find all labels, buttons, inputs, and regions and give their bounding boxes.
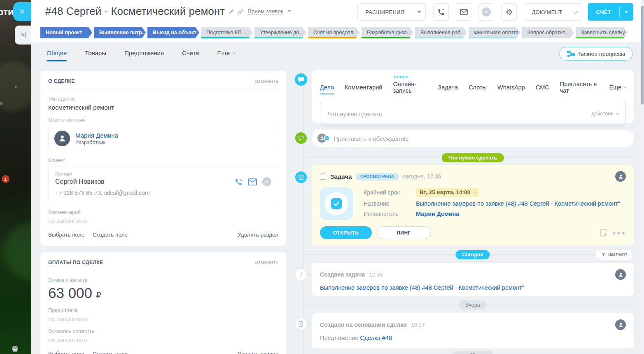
info-entry-icon: i (295, 268, 307, 281)
timeline-tab-invite-chat[interactable]: Пригласить в чат (560, 81, 599, 94)
today-badge: Сегодня (455, 250, 490, 259)
tab-products[interactable]: Товары (85, 49, 106, 56)
select-field-link[interactable]: Выбрать поле (48, 351, 84, 354)
contact-mail-icon[interactable] (248, 178, 257, 185)
deal-stage-bar: Новый проект Выявление потр... Выезд на … (40, 27, 628, 38)
person-icon (618, 322, 624, 328)
task-kind: Задача (330, 173, 352, 180)
scrollbar-track[interactable] (641, 0, 644, 354)
timeline-tab-sms[interactable]: СМС (536, 84, 549, 91)
tab-quotes[interactable]: Предложения (124, 49, 164, 56)
settings-button[interactable]: ⚙ (501, 3, 517, 21)
actions-dropdown[interactable]: действия (591, 111, 618, 117)
client-label: Клиент (48, 157, 278, 163)
task-name-label: Название (364, 200, 416, 207)
invoice-label: СЧЁТ (588, 3, 619, 21)
deal-nav-tabs: Общие Товары Предложения Счета Еще (47, 49, 235, 56)
task-author-avatar[interactable] (615, 171, 626, 182)
timeline-more-chevron-icon (623, 85, 627, 88)
person-icon (58, 134, 67, 143)
email-button[interactable] (456, 3, 471, 21)
entry-author-avatar[interactable] (615, 319, 626, 330)
stage-close-deal[interactable]: Завершить сделку (576, 27, 628, 38)
deadline-value[interactable]: Вт, 25 марта, 14:00 (416, 188, 479, 197)
timeline-tab-activity[interactable]: Дело (320, 84, 334, 91)
select-field-link[interactable]: Выбрать поле (48, 232, 84, 238)
edit-title-icon[interactable] (229, 9, 234, 14)
document-button[interactable]: ДОКУМЕНТ (524, 3, 581, 21)
person-icon (618, 272, 624, 278)
open-task-button[interactable]: ОТКРЫТЬ (320, 226, 372, 239)
collapse-slider-button[interactable] (15, 26, 31, 45)
close-slider-button[interactable]: × (13, 2, 31, 21)
contact-details: +7 928 573-85-73, sdcsf@gmail.com (55, 190, 271, 196)
invoice-dropdown-icon (625, 11, 628, 13)
currency-symbol: ₽ (96, 290, 101, 300)
backdrop-chevron: ^ (15, 84, 17, 91)
delete-section-link[interactable]: Удалить раздел (238, 351, 278, 354)
entry-deal-link[interactable]: Сделка #48 (360, 335, 392, 341)
page-title: #48 Сергей - Косметический ремонт (45, 5, 225, 18)
extensions-button[interactable]: РАСШИРЕНИЯ (357, 3, 426, 21)
timeline-tab-whatsapp[interactable]: WhatsApp (497, 84, 525, 91)
stage-needs[interactable]: Выявление потр... (94, 27, 146, 38)
scrollbar-thumb[interactable] (641, 6, 644, 105)
invite-discussion-bar[interactable]: + Пригласить к обсуждению (312, 130, 634, 147)
business-processes-button[interactable]: Бизнес-процессы (559, 47, 633, 61)
tab-more[interactable]: Еще (217, 49, 235, 56)
task-checkbox[interactable] (320, 173, 326, 180)
invoice-button[interactable]: СЧЁТ (588, 3, 633, 21)
stage-work[interactable]: Выполнение раб... (415, 27, 467, 38)
stage-site-visit[interactable]: Выезд на объект (147, 27, 199, 38)
prepayment-value: не заполнено (48, 315, 278, 322)
assignee-link[interactable]: Мария Демина (416, 211, 459, 217)
new-badge: НОВОЕ (394, 75, 408, 79)
note-icon[interactable] (600, 229, 607, 237)
actions-chevron-icon (616, 111, 619, 115)
phone-icon (437, 8, 445, 16)
stage-final-payment[interactable]: Финальная оплата (469, 27, 520, 38)
entry-title: Создано на основании сделки (320, 321, 407, 328)
header-toolbar: РАСШИРЕНИЯ 1С ⚙ ДОКУМЕНТ СЧЁТ (357, 3, 633, 21)
deal-type-value: Косметический ремонт (48, 104, 278, 111)
timeline-tab-task[interactable]: Задача (438, 84, 458, 91)
edit-section-link[interactable]: изменить (255, 259, 278, 265)
timeline-tab-comment[interactable]: Комментарий (345, 84, 382, 91)
timeline-tab-more[interactable]: Еще (609, 84, 626, 91)
stage-proposal[interactable]: Подготовка КП ... (201, 27, 253, 38)
todo-input[interactable] (328, 110, 587, 117)
contact-name-link[interactable]: Сергей Новиков (55, 178, 105, 185)
amount-label: Сумма и валюта (48, 277, 278, 283)
task-timeline-card: Задача ПРОСМОТРЕНА сегодня, 12:36 Крайни… (312, 165, 634, 246)
tab-general[interactable]: Общие (47, 49, 67, 56)
link-icon[interactable] (238, 9, 244, 14)
filter-icon (601, 253, 606, 257)
entry-author-avatar[interactable] (615, 269, 626, 280)
timeline-tab-online-booking[interactable]: НОВОЕ Онлайн-запись (393, 81, 427, 94)
timeline-tab-slots[interactable]: Слоты (469, 84, 487, 91)
tab-invoices[interactable]: Счета (182, 49, 199, 56)
create-field-link[interactable]: Создать поле (93, 232, 128, 238)
ping-task-button[interactable]: ПИНГ (377, 226, 431, 239)
document-label: ДОКУМЕНТ (524, 9, 569, 15)
stage-new-project[interactable]: Новый проект (40, 27, 92, 38)
edit-section-link[interactable]: изменить (255, 78, 278, 84)
pipeline-selector[interactable]: Прием заявок (247, 8, 283, 15)
call-button[interactable] (433, 3, 449, 21)
pipeline-dropdown-icon (288, 10, 291, 12)
stage-design[interactable]: Разработка диза... (362, 27, 413, 38)
more-actions-button[interactable]: ●●● (612, 229, 626, 236)
stage-feedback[interactable]: Запрос обратно... (522, 27, 574, 38)
timeline-filter-button[interactable]: ФИЛЬТР (595, 249, 633, 260)
stage-approval[interactable]: Утверждение до... (254, 27, 306, 38)
entry-task-link[interactable]: Выполнение замеров по заявке (48) #48 Се… (320, 284, 524, 291)
task-name-link[interactable]: Выполнение замеров по заявке (48) #48 Се… (416, 200, 620, 207)
contact-call-icon[interactable] (235, 178, 243, 186)
responsible-card[interactable]: Мария Демина Разработчик (48, 126, 278, 151)
deal-page: { "colors": { "accent_cyan": "#29c5f6", … (0, 0, 644, 354)
create-field-link[interactable]: Создать поле (93, 351, 128, 354)
stage-prepay-invoice[interactable]: Счет на предопл... (308, 27, 360, 38)
delete-section-link[interactable]: Удалить раздел (238, 232, 278, 238)
mail-icon (460, 9, 468, 15)
responsible-name-link[interactable]: Мария Демина (75, 132, 118, 139)
